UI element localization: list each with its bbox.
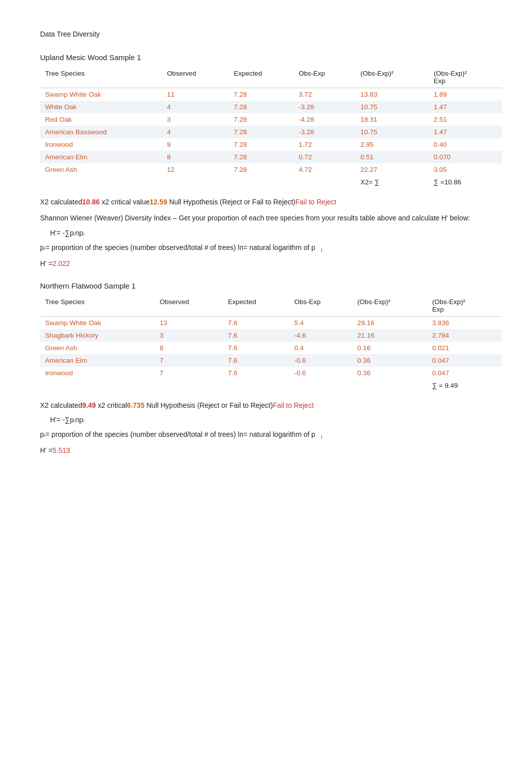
cell-obsexp: 3.72 <box>294 88 355 101</box>
cell-obsexp: 0.4 <box>289 342 352 354</box>
cell-expected: 7.28 <box>229 88 294 101</box>
sum-ratio: ∑ =10.86 <box>429 176 502 188</box>
section1-x2calc-value: 10.86 <box>82 198 100 206</box>
cell-observed: 3 <box>162 113 228 126</box>
cell-ratio: 1.47 <box>429 126 502 138</box>
section1-formula: H'= -∑pᵢnpᵢ <box>50 229 502 237</box>
cell-species: Shagbark Hickory <box>40 329 155 342</box>
cell-expected: 7.6 <box>223 354 289 367</box>
cell-ratio: 0.070 <box>429 151 502 163</box>
cell-obsexpsq: 10.75 <box>356 126 429 138</box>
cell-ratio: 3.05 <box>429 163 502 176</box>
section1-x2critical-label: x2 critical value <box>100 198 150 206</box>
table-row: Swamp White Oak 11 7.28 3.72 13.83 1.89 <box>40 88 502 101</box>
section2-x2calc-value: 9.49 <box>82 401 96 409</box>
cell-obsexpsq: 10.75 <box>356 101 429 113</box>
cell-obsexpsq: 13.83 <box>356 88 429 101</box>
cell-obsexp: -4.28 <box>294 113 355 126</box>
cell-observed: 7 <box>155 354 223 367</box>
section1-pi-text: pᵢ= proportion of the species (number ob… <box>40 242 502 254</box>
section2-pi-text: pᵢ= proportion of the species (number ob… <box>40 429 502 441</box>
col-header-observed: Observed <box>162 67 228 88</box>
table-row: Ironwood 7 7.6 -0.6 0.36 0.047 <box>40 367 502 379</box>
cell-ratio: 0.047 <box>427 367 502 379</box>
cell-species: Ironwood <box>40 367 155 379</box>
cell-ratio: 2.784 <box>427 329 502 342</box>
cell-ratio: 1.89 <box>429 88 502 101</box>
cell-expected: 7.6 <box>223 367 289 379</box>
section1-x2-line: X2 calculated10.86 x2 critical value12.5… <box>40 196 502 207</box>
cell-observed: 3 <box>155 329 223 342</box>
cell-obsexpsq: 0.51 <box>356 151 429 163</box>
cell-expected: 7.6 <box>223 342 289 354</box>
cell-obsexpsq: 18.31 <box>356 113 429 126</box>
cell-ratio: 2.51 <box>429 113 502 126</box>
sum-row: ∑ = 9.49 <box>40 379 502 392</box>
cell-obsexp: 5.4 <box>289 316 352 329</box>
section1-x2calc-label: X2 calculated <box>40 198 82 206</box>
cell-obsexpsq: 22.27 <box>356 163 429 176</box>
cell-species: Ironwood <box>40 138 162 151</box>
col-header-obsexpsq: (Obs-Exp)² <box>356 67 429 88</box>
cell-obsexp: -3.28 <box>294 126 355 138</box>
cell-expected: 7.28 <box>229 101 294 113</box>
cell-obsexpsq: 2.95 <box>356 138 429 151</box>
col2-header-expected: Expected <box>223 295 289 317</box>
cell-obsexp: 0.72 <box>294 151 355 163</box>
cell-observed: 8 <box>162 151 228 163</box>
cell-species: American Basswood <box>40 126 162 138</box>
cell-obsexpsq: 21.16 <box>352 329 427 342</box>
col2-header-obsexp: Obs-Exp <box>289 295 352 317</box>
sum-row: X2= ∑ ∑ =10.86 <box>40 176 502 188</box>
cell-obsexpsq: 0.36 <box>352 354 427 367</box>
section1-title: Upland Mesic Wood Sample 1 <box>40 53 502 62</box>
cell-ratio: 0.047 <box>427 354 502 367</box>
section2-hprime: H' =5.513 <box>40 446 502 454</box>
cell-observed: 11 <box>162 88 228 101</box>
cell-species: Red Oak <box>40 113 162 126</box>
section2-null-text: Null Hypothesis (Reject or Fail to Rejec… <box>145 401 273 409</box>
cell-expected: 7.28 <box>229 138 294 151</box>
cell-obsexpsq: 0.36 <box>352 367 427 379</box>
section2-title: Northern Flatwood Sample 1 <box>40 282 502 290</box>
cell-observed: 13 <box>155 316 223 329</box>
cell-expected: 7.28 <box>229 113 294 126</box>
table-row: Red Oak 3 7.28 -4.28 18.31 2.51 <box>40 113 502 126</box>
table-row: American Basswood 4 7.28 -3.28 10.75 1.4… <box>40 126 502 138</box>
cell-observed: 12 <box>162 163 228 176</box>
cell-obsexp: -0.6 <box>289 354 352 367</box>
cell-obsexp: -4.6 <box>289 329 352 342</box>
cell-species: Swamp White Oak <box>40 316 155 329</box>
cell-species: American Elm <box>40 354 155 367</box>
section2-x2critical-value: 6.735 <box>127 401 145 409</box>
col-header-species: Tree Species <box>40 67 162 88</box>
table-row: American Elm 7 7.6 -0.6 0.36 0.047 <box>40 354 502 367</box>
cell-obsexp: 1.72 <box>294 138 355 151</box>
cell-observed: 9 <box>162 138 228 151</box>
cell-observed: 8 <box>155 342 223 354</box>
cell-observed: 4 <box>162 126 228 138</box>
col2-header-observed: Observed <box>155 295 223 317</box>
cell-species: Green Ash <box>40 163 162 176</box>
cell-species: White Oak <box>40 101 162 113</box>
cell-expected: 7.28 <box>229 163 294 176</box>
section2-null-result: Fail to Reject <box>273 401 314 409</box>
cell-ratio: 3.836 <box>427 316 502 329</box>
table-row: Shagbark Hickory 3 7.6 -4.6 21.16 2.784 <box>40 329 502 342</box>
page-title: Data Tree Diversity <box>40 30 502 38</box>
cell-species: Swamp White Oak <box>40 88 162 101</box>
section2-table: Tree Species Observed Expected Obs-Exp (… <box>40 295 502 392</box>
section2-formula: H'= -∑pᵢnpᵢ <box>50 416 502 424</box>
section2-x2-line: X2 calculated9.49 x2 critical6.735 Null … <box>40 400 502 411</box>
cell-observed: 4 <box>162 101 228 113</box>
section1-null-text: Null Hypothesis (Reject or Fail to Rejec… <box>167 198 296 206</box>
section1-null-result: Fail to Reject <box>296 198 337 206</box>
cell-observed: 7 <box>155 367 223 379</box>
table-row: Green Ash 12 7.28 4.72 22.27 3.05 <box>40 163 502 176</box>
section1-table: Tree Species Observed Expected Obs-Exp (… <box>40 67 502 188</box>
section1-x2critical-value: 12.59 <box>150 198 167 206</box>
col2-header-obsexpsq: (Obs-Exp)² <box>352 295 427 317</box>
table-row: American Elm 8 7.28 0.72 0.51 0.070 <box>40 151 502 163</box>
cell-expected: 7.28 <box>229 126 294 138</box>
cell-obsexpsq: 29.16 <box>352 316 427 329</box>
